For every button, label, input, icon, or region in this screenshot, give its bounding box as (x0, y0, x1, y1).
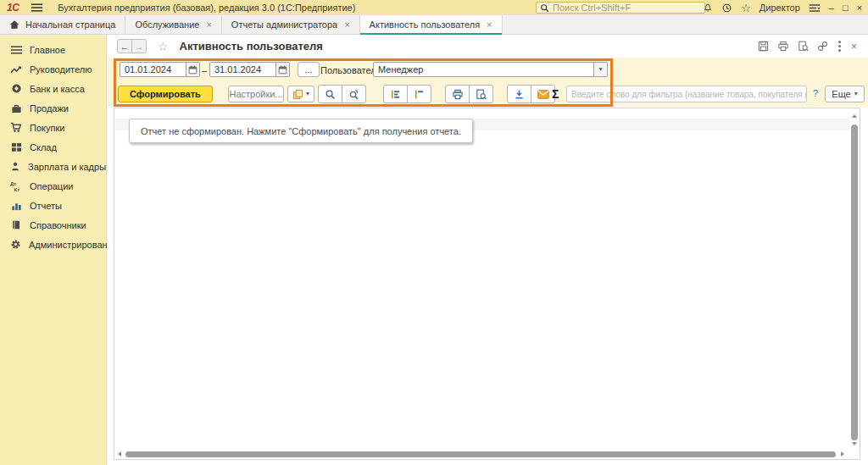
svg-text:Кт: Кт (14, 187, 20, 192)
minimize-button[interactable]: – (829, 3, 834, 13)
export-button-group (507, 85, 555, 103)
tab-close-icon[interactable]: × (206, 20, 211, 30)
scroll-up-icon[interactable] (852, 114, 857, 118)
period-more-button[interactable]: ... (298, 62, 320, 77)
sidebar-item-administration[interactable]: Администрирование (0, 235, 106, 254)
user-combo-field[interactable]: Менеджер ▾ (373, 62, 608, 77)
print-preview-icon[interactable] (469, 85, 493, 103)
close-report-icon[interactable]: × (851, 41, 857, 53)
settings-button[interactable]: Настройки... (228, 86, 284, 102)
more-actions-button[interactable]: Еще ▾ (825, 86, 865, 102)
expand-groups-icon[interactable] (383, 85, 408, 103)
sidebar-item-bank-cash[interactable]: Банк и касса (0, 79, 106, 98)
title-bar: 1С Бухгалтерия предприятия (базовая), ре… (0, 0, 868, 15)
close-window-button[interactable]: × (857, 3, 862, 13)
find-icon[interactable] (318, 85, 342, 103)
trend-chart-icon (10, 64, 22, 75)
help-link[interactable]: ? (813, 88, 818, 98)
period-from-value: 01.01.2024 (120, 63, 186, 76)
vertical-scrollbar[interactable] (850, 109, 859, 449)
briefcase-icon (10, 102, 22, 114)
tab-label: Активность пользователя (370, 19, 480, 30)
sidebar-item-purchases[interactable]: Покупки (0, 118, 106, 137)
print-icon[interactable] (777, 41, 789, 52)
search-button-group (318, 85, 366, 103)
report-header-row: ← → ☆ Активность пользователя × (108, 35, 868, 58)
print-preview-icon[interactable] (798, 41, 809, 52)
combo-dropdown-icon[interactable]: ▾ (593, 63, 607, 76)
sidebar-item-warehouse[interactable]: Склад (0, 137, 106, 157)
section-sidebar: Главное Руководителю Банк и касса Продаж… (0, 35, 107, 465)
sidebar-item-label: Склад (30, 142, 57, 152)
sidebar-item-label: Отчеты (30, 201, 62, 211)
back-button[interactable]: ← (117, 39, 132, 53)
sidebar-item-reports[interactable]: Отчеты (0, 196, 106, 215)
tab-close-icon[interactable]: × (487, 20, 492, 30)
link-icon[interactable] (817, 41, 828, 52)
sidebar-item-operations[interactable]: ДтКт Операции (0, 176, 106, 196)
tab-home-page[interactable]: Начальная страница (0, 15, 125, 34)
calendar-icon[interactable] (275, 63, 289, 76)
tab-admin-reports[interactable]: Отчеты администратора × (222, 15, 360, 34)
scroll-down-icon[interactable] (852, 442, 857, 446)
sum-icon[interactable]: Σ (552, 87, 559, 101)
main-menu-icon[interactable] (31, 3, 43, 12)
sidebar-item-main[interactable]: Главное (0, 40, 106, 59)
grouping-button-group (383, 85, 431, 103)
collapse-groups-icon[interactable] (407, 85, 431, 103)
functions-menu-icon[interactable] (809, 3, 821, 13)
scroll-left-icon[interactable] (118, 451, 121, 457)
maximize-button[interactable]: □ (843, 3, 849, 13)
scroll-right-icon[interactable] (841, 451, 844, 457)
window-title: Бухгалтерия предприятия (базовая), редак… (58, 3, 355, 13)
more-options-icon[interactable] (838, 45, 841, 47)
sidebar-item-directories[interactable]: Справочники (0, 215, 106, 235)
tab-service[interactable]: Обслуживание × (125, 15, 221, 34)
search-placeholder: Поиск Ctrl+Shift+F (553, 3, 631, 13)
horizontal-scrollbar[interactable] (115, 451, 849, 458)
vertical-scroll-thumb[interactable] (851, 125, 858, 440)
sidebar-item-sales[interactable]: Продажи (0, 98, 106, 118)
current-user[interactable]: Директор (760, 3, 800, 13)
favorite-star-icon[interactable]: ☆ (158, 40, 169, 53)
report-result-panel: Отчет не сформирован. Нажмите "Сформиров… (114, 108, 860, 460)
report-variants-button[interactable]: ▾ (287, 86, 314, 102)
global-search-input[interactable]: Поиск Ctrl+Shift+F (536, 2, 705, 14)
content-area: ← → ☆ Активность пользователя × (108, 35, 868, 465)
generate-report-button[interactable]: Сформировать (118, 86, 213, 102)
sidebar-item-label: Справочники (30, 220, 86, 230)
calendar-icon[interactable] (186, 63, 199, 76)
report-parameters-row: 01.01.2024 – 31.01.2024 ... Пользователь… (108, 58, 868, 82)
sidebar-item-label: Операции (30, 181, 73, 191)
tab-close-icon[interactable]: × (344, 20, 349, 30)
download-icon[interactable] (507, 85, 531, 103)
bell-icon[interactable] (703, 3, 713, 14)
tab-user-activity[interactable]: Активность пользователя × (360, 15, 503, 34)
sidebar-item-label: Зарплата и кадры (28, 162, 106, 172)
history-icon[interactable] (721, 3, 732, 14)
cancel-find-icon[interactable] (342, 85, 366, 103)
filter-input[interactable]: Введите слово для фильтра (название това… (566, 86, 807, 102)
svg-text:Дт: Дт (10, 181, 16, 186)
book-icon (10, 219, 22, 231)
period-from-field[interactable]: 01.01.2024 (120, 62, 200, 77)
sidebar-item-label: Банк и касса (30, 84, 85, 94)
sidebar-item-label: Продажи (30, 103, 69, 113)
home-icon (9, 19, 19, 30)
titlebar-controls: ☆ Директор – □ × (703, 0, 862, 15)
save-icon[interactable] (758, 41, 769, 52)
application-window: 1С Бухгалтерия предприятия (базовая), ре… (0, 0, 868, 465)
horizontal-scroll-thumb[interactable] (125, 451, 836, 457)
period-dash: – (202, 65, 207, 75)
cart-icon (10, 122, 22, 134)
sidebar-item-label: Главное (30, 45, 65, 55)
sidebar-item-label: Руководителю (30, 64, 92, 75)
favorites-star-icon[interactable]: ☆ (741, 2, 751, 14)
sidebar-item-salary-hr[interactable]: Зарплата и кадры (0, 157, 106, 176)
debit-credit-icon: ДтКт (10, 180, 22, 192)
sidebar-item-manager[interactable]: Руководителю (0, 59, 106, 79)
forward-button[interactable]: → (131, 39, 147, 53)
print-icon[interactable] (445, 85, 470, 103)
period-to-field[interactable]: 31.01.2024 (209, 62, 290, 77)
search-icon (540, 3, 549, 13)
